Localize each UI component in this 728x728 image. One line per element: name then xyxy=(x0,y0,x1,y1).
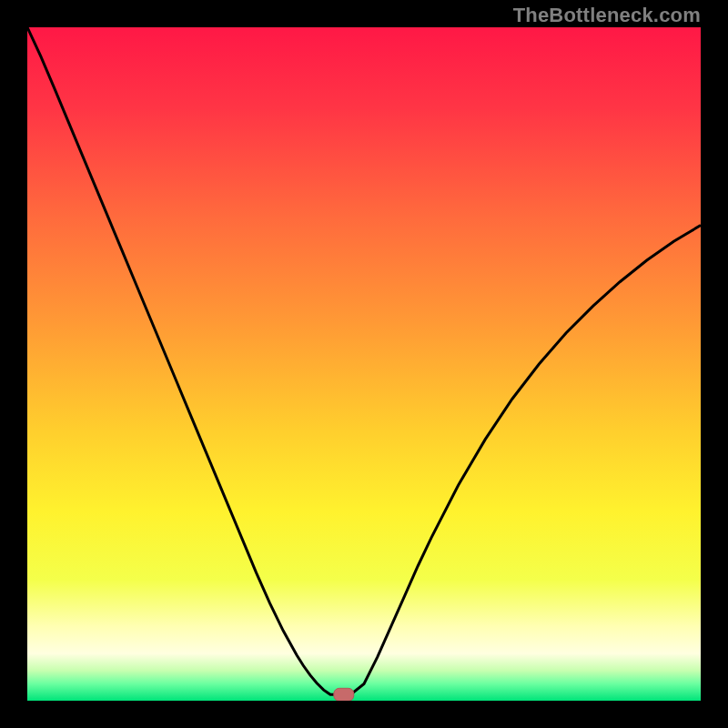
chart-frame: TheBottleneck.com xyxy=(0,0,728,728)
watermark-text: TheBottleneck.com xyxy=(513,4,701,27)
optimal-point-marker xyxy=(334,688,354,701)
gradient-background xyxy=(27,27,701,701)
plot-area xyxy=(27,27,701,701)
bottleneck-curve-chart xyxy=(27,27,701,701)
